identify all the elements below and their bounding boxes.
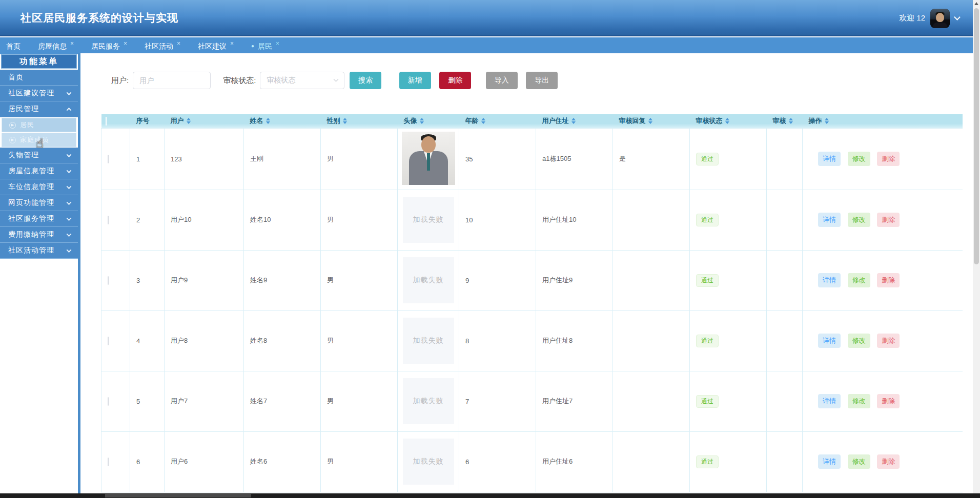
sort-icon[interactable]	[266, 118, 270, 124]
row-checkbox[interactable]	[108, 216, 109, 224]
horizontal-scroll-thumb[interactable]	[105, 494, 251, 497]
tab[interactable]: ● 居民 ×	[251, 41, 279, 51]
cell-address: 用户住址7	[536, 371, 613, 431]
sidebar-item[interactable]: ▶ 社区建议管理	[0, 86, 78, 101]
sidebar-item[interactable]: ▶ 居民管理	[0, 101, 78, 117]
column-header[interactable]: 审核状态	[690, 114, 767, 128]
sidebar-item[interactable]: ▶ 社区服务管理	[0, 211, 78, 227]
detail-button[interactable]: 详情	[818, 152, 841, 166]
edit-button[interactable]: 修改	[848, 152, 870, 166]
edit-button[interactable]: 修改	[848, 334, 870, 348]
close-icon[interactable]: ×	[230, 40, 234, 47]
sidebar-item-label: 家庭成员	[20, 135, 69, 144]
delete-button[interactable]: 删除	[877, 454, 900, 469]
status-badge: 通过	[696, 274, 719, 287]
user-filter-input[interactable]	[133, 72, 211, 89]
sidebar-item[interactable]: ▶ 首页	[0, 70, 78, 86]
sidebar-item[interactable]: ▶ 费用缴纳管理	[0, 227, 78, 243]
sort-icon[interactable]	[725, 118, 729, 124]
user-area[interactable]: 欢迎 12	[899, 0, 959, 36]
tab[interactable]: 居民服务 ×	[91, 41, 127, 51]
toolbar-button[interactable]: 导入	[486, 72, 518, 89]
edit-button[interactable]: 修改	[848, 394, 870, 408]
column-header[interactable]: 审核回复	[613, 114, 690, 128]
resident-photo	[402, 132, 455, 185]
sort-icon[interactable]	[648, 118, 652, 124]
sort-icon[interactable]	[420, 118, 424, 124]
sidebar-item-label: 居民管理	[8, 105, 67, 114]
chevron-icon	[67, 200, 72, 205]
sidebar-item-label: 失物管理	[8, 151, 67, 160]
close-icon[interactable]: ×	[124, 40, 127, 47]
edit-button[interactable]: 修改	[848, 454, 870, 469]
delete-button[interactable]: 删除	[877, 273, 900, 287]
cell-address: 用户住址8	[536, 310, 613, 371]
sidebar-item[interactable]: ▶ 居民	[2, 118, 76, 132]
sort-icon[interactable]	[343, 118, 347, 124]
edit-button[interactable]: 修改	[848, 273, 870, 287]
sort-icon[interactable]	[187, 118, 191, 124]
cell-index: 3	[130, 250, 165, 310]
cell-name: 姓名8	[244, 310, 321, 371]
horizontal-scrollbar[interactable]	[0, 493, 980, 498]
row-checkbox[interactable]	[108, 397, 109, 406]
sidebar-item[interactable]: ▶ 房屋信息管理	[0, 163, 78, 179]
detail-button[interactable]: 详情	[818, 273, 841, 287]
avatar-load-failed: 加载失败	[403, 318, 454, 364]
scroll-up-icon[interactable]	[974, 2, 978, 5]
column-header[interactable]: 审核	[767, 114, 803, 128]
toolbar-button[interactable]: 搜索	[350, 72, 381, 89]
vertical-scrollbar[interactable]	[973, 0, 980, 493]
column-header[interactable]: 年龄	[459, 114, 536, 128]
select-all-checkbox[interactable]	[106, 117, 107, 126]
delete-button[interactable]: 删除	[877, 213, 900, 227]
tab[interactable]: 首页	[6, 41, 21, 51]
chevron-down-icon[interactable]	[954, 14, 961, 20]
row-checkbox[interactable]	[108, 276, 109, 285]
avatar[interactable]	[930, 9, 950, 28]
column-header[interactable]: 操作	[803, 114, 963, 128]
edit-button[interactable]: 修改	[848, 213, 870, 227]
sidebar-item-label: 房屋信息管理	[8, 167, 67, 176]
tab[interactable]: 社区建议 ×	[198, 41, 234, 51]
delete-button[interactable]: 删除	[877, 394, 900, 408]
cell-reply	[613, 250, 690, 310]
vertical-scroll-thumb[interactable]	[974, 8, 979, 264]
column-header[interactable]: 性别	[321, 114, 398, 128]
close-icon[interactable]: ×	[276, 40, 279, 47]
cell-audit	[767, 310, 803, 371]
detail-button[interactable]: 详情	[818, 334, 841, 348]
tab-bar: 首页 房屋信息 × 居民服务 × 社区活动 ×	[0, 37, 973, 54]
play-circle-icon: ▶	[9, 122, 16, 129]
toolbar-button[interactable]: 删除	[439, 72, 471, 89]
column-header[interactable]: 头像	[398, 114, 459, 128]
residents-table: 序号 用户	[101, 114, 963, 493]
close-icon[interactable]: ×	[70, 40, 74, 47]
sort-icon[interactable]	[825, 118, 829, 124]
row-checkbox[interactable]	[108, 155, 109, 163]
sort-icon[interactable]	[789, 118, 793, 124]
column-header[interactable]: 序号	[130, 114, 165, 128]
cell-status: 通过	[690, 371, 767, 431]
column-header[interactable]: 用户住址	[536, 114, 613, 128]
toolbar-button[interactable]: 新增	[399, 72, 431, 89]
sidebar-item[interactable]: ▶ 车位信息管理	[0, 179, 78, 195]
column-header[interactable]: 用户	[165, 114, 244, 128]
close-icon[interactable]: ×	[177, 40, 180, 47]
row-checkbox[interactable]	[108, 458, 109, 466]
tab[interactable]: 社区活动 ×	[145, 41, 180, 51]
delete-button[interactable]: 删除	[877, 334, 900, 348]
sidebar-item[interactable]: ▶ 社区活动管理	[0, 243, 78, 259]
tab[interactable]: 房屋信息 ×	[38, 41, 74, 51]
delete-button[interactable]: 删除	[877, 152, 900, 166]
sort-icon[interactable]	[481, 118, 485, 124]
detail-button[interactable]: 详情	[818, 394, 841, 408]
sidebar-item[interactable]: ▶ 网页功能管理	[0, 195, 78, 211]
detail-button[interactable]: 详情	[818, 213, 841, 227]
column-header[interactable]: 姓名	[244, 114, 321, 128]
row-checkbox[interactable]	[108, 337, 109, 345]
sort-icon[interactable]	[571, 118, 576, 124]
detail-button[interactable]: 详情	[818, 454, 841, 469]
toolbar-button[interactable]: 导出	[526, 72, 558, 89]
status-filter-select[interactable]: 审核状态	[260, 72, 344, 89]
